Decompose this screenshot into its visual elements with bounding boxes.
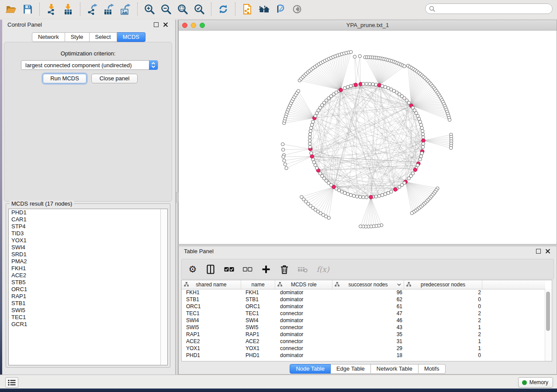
graph-node[interactable] <box>403 65 406 68</box>
graph-node[interactable] <box>407 101 410 104</box>
table-cell[interactable]: PHD1 <box>241 352 276 359</box>
graph-node[interactable] <box>420 151 423 155</box>
graph-node[interactable] <box>353 55 356 58</box>
save-icon[interactable] <box>19 2 36 16</box>
graph-node[interactable] <box>310 123 313 126</box>
network-window-titlebar[interactable]: YPA_prune.txt_1 <box>179 20 557 31</box>
mcds-result-item[interactable]: RAP1 <box>9 293 167 300</box>
graph-node[interactable] <box>384 86 387 89</box>
tab-motifs[interactable]: Motifs <box>419 364 446 374</box>
hide-icon[interactable] <box>272 2 289 16</box>
table-row[interactable]: TEC1TEC1connector472 <box>182 310 545 317</box>
graph-node-dominator[interactable] <box>354 83 358 87</box>
table-cell[interactable]: 1 <box>405 345 483 352</box>
table-cell[interactable]: 62 <box>333 296 405 303</box>
graph-node[interactable] <box>282 155 285 158</box>
graph-node[interactable] <box>285 166 288 169</box>
table-cell[interactable]: 61 <box>333 303 405 310</box>
graph-node[interactable] <box>308 139 311 142</box>
mcds-result-item[interactable]: ORC1 <box>9 286 167 293</box>
table-cell[interactable]: ACE2 <box>182 338 241 345</box>
table-cell[interactable]: SWI5 <box>241 324 276 331</box>
table-cell[interactable]: SWI4 <box>241 317 276 324</box>
table-cell[interactable]: 0 <box>405 352 483 359</box>
mcds-result-item[interactable]: SWI4 <box>9 244 167 251</box>
column-header-shared-name[interactable]: shared name <box>182 280 241 289</box>
graph-node[interactable] <box>346 86 349 89</box>
table-cell[interactable]: dominator <box>276 317 333 324</box>
graph-node[interactable] <box>308 133 311 136</box>
graph-node[interactable] <box>387 191 390 194</box>
table-cell[interactable]: 43 <box>333 324 405 331</box>
delete-icon[interactable] <box>279 264 290 275</box>
mcds-result-item[interactable]: STB1 <box>9 300 167 307</box>
table-row[interactable]: PHD1PHD1dominator180 <box>182 352 545 359</box>
table-cell[interactable]: TEC1 <box>182 310 241 317</box>
graph-node[interactable] <box>310 126 313 129</box>
table-cell[interactable]: RAP1 <box>182 331 241 338</box>
zoom-fit-icon[interactable] <box>174 2 191 16</box>
criterion-dropdown[interactable]: largest connected component (undirected) <box>21 60 158 70</box>
graph-node[interactable] <box>308 142 311 145</box>
graph-node[interactable] <box>300 196 303 199</box>
graph-node[interactable] <box>343 86 346 89</box>
graph-node[interactable] <box>374 195 377 198</box>
zoom-selected-icon[interactable] <box>191 2 208 16</box>
graph-node[interactable] <box>365 82 368 85</box>
refresh-icon[interactable] <box>215 2 232 16</box>
table-cell[interactable]: 35 <box>333 331 405 338</box>
close-panel-icon[interactable] <box>545 248 550 254</box>
table-cell[interactable]: connector <box>276 324 333 331</box>
settings-icon[interactable]: ⚙ <box>187 264 198 275</box>
list-scrollbar[interactable] <box>160 209 167 365</box>
table-cell[interactable]: 1 <box>405 324 483 331</box>
table-cell[interactable]: ORC1 <box>182 303 241 310</box>
select-all-icon[interactable] <box>224 264 235 275</box>
tab-edge-table[interactable]: Edge Table <box>331 364 371 374</box>
table-cell[interactable]: 31 <box>333 338 405 345</box>
graph-node[interactable] <box>422 142 425 145</box>
table-cell[interactable]: dominator <box>276 289 333 296</box>
table-cell[interactable]: SWI5 <box>182 324 241 331</box>
table-cell[interactable]: 46 <box>333 317 405 324</box>
graph-node[interactable] <box>349 84 352 87</box>
close-panel-icon[interactable] <box>163 22 168 27</box>
mcds-result-item[interactable]: GCR1 <box>9 321 167 328</box>
graph-node[interactable] <box>308 145 311 148</box>
graph-node[interactable] <box>371 83 374 86</box>
tab-network[interactable]: Network <box>32 32 65 42</box>
table-row[interactable]: ACE2ACE2connector311 <box>182 338 545 345</box>
graph-node-dominator[interactable] <box>339 88 343 92</box>
float-window-icon[interactable] <box>536 249 541 254</box>
table-cell[interactable]: dominator <box>276 352 333 359</box>
graph-node[interactable] <box>358 55 361 58</box>
table-cell[interactable]: 47 <box>333 310 405 317</box>
mcds-result-item[interactable]: CAR1 <box>9 216 167 223</box>
import-network-icon[interactable] <box>43 2 60 16</box>
show-icon[interactable] <box>289 2 305 16</box>
graph-node[interactable] <box>421 130 424 133</box>
table-cell[interactable]: FKH1 <box>182 289 241 296</box>
columns-icon[interactable] <box>205 264 217 275</box>
graph-node[interactable] <box>407 177 410 180</box>
graph-node[interactable] <box>362 196 365 199</box>
table-cell[interactable]: RAP1 <box>241 331 276 338</box>
graph-node[interactable] <box>284 163 287 166</box>
tab-mcds[interactable]: MCDS <box>117 32 145 42</box>
table-cell[interactable]: 2 <box>405 310 483 317</box>
graph-node[interactable] <box>281 143 284 146</box>
column-header-name[interactable]: name <box>241 280 276 289</box>
table-cell[interactable]: YOX1 <box>241 345 276 352</box>
graph-node[interactable] <box>421 145 424 148</box>
graph-node[interactable] <box>349 193 352 196</box>
table-cell[interactable]: connector <box>276 345 333 352</box>
column-header-MCDS-role[interactable]: MCDS role <box>275 280 332 289</box>
mcds-result-item[interactable]: TEC1 <box>9 314 167 321</box>
graph-node[interactable] <box>359 195 362 198</box>
table-cell[interactable]: PHD1 <box>182 352 241 359</box>
export-network-icon[interactable] <box>84 2 100 16</box>
tab-select[interactable]: Select <box>90 32 117 42</box>
run-mcds-button[interactable]: Run MCDS <box>43 74 86 83</box>
table-cell[interactable]: 0 <box>405 303 483 310</box>
table-cell[interactable]: 2 <box>405 317 483 324</box>
